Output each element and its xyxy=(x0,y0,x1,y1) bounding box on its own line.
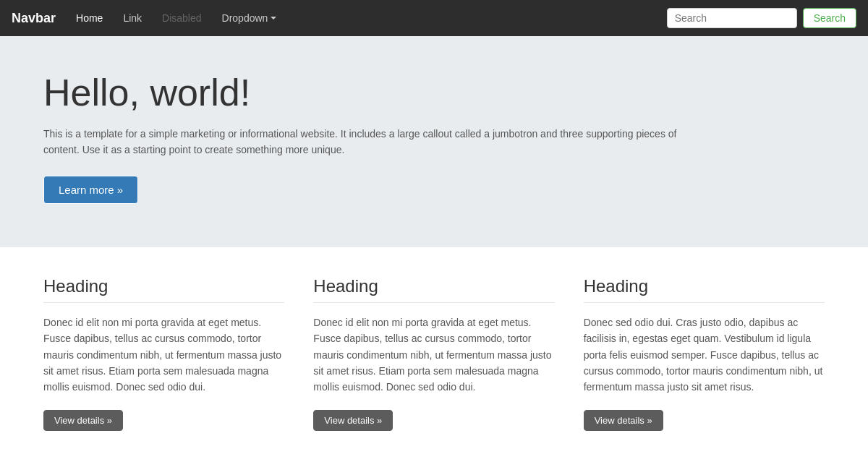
nav-item-link[interactable]: Link xyxy=(114,7,150,30)
column-3-body: Donec sed odio dui. Cras justo odio, dap… xyxy=(584,315,825,395)
nav-search: Search xyxy=(667,8,856,28)
columns-row: Heading Donec id elit non mi porta gravi… xyxy=(43,276,825,431)
nav-links: Home Link Disabled Dropdown xyxy=(67,7,667,30)
learn-more-button[interactable]: Learn more » xyxy=(43,176,138,204)
column-3-view-details-button[interactable]: View details » xyxy=(584,410,663,431)
column-2-body: Donec id elit non mi porta gravida at eg… xyxy=(313,315,554,395)
column-1-view-details-button[interactable]: View details » xyxy=(43,410,123,431)
nav-link-link[interactable]: Link xyxy=(114,7,150,30)
navbar: Navbar Home Link Disabled Dropdown Searc… xyxy=(0,0,868,36)
column-3-heading: Heading xyxy=(584,276,825,303)
jumbotron: Hello, world! This is a template for a s… xyxy=(0,36,868,247)
chevron-down-icon xyxy=(271,17,276,20)
nav-link-home[interactable]: Home xyxy=(67,7,111,30)
nav-item-home[interactable]: Home xyxy=(67,7,111,30)
nav-dropdown-toggle[interactable]: Dropdown xyxy=(213,7,286,30)
search-button[interactable]: Search xyxy=(803,8,856,28)
column-1-heading: Heading xyxy=(43,276,284,303)
jumbotron-description: This is a template for a simple marketin… xyxy=(43,126,680,158)
main-content: Heading Donec id elit non mi porta gravi… xyxy=(0,247,868,460)
column-2: Heading Donec id elit non mi porta gravi… xyxy=(313,276,554,431)
nav-item-disabled: Disabled xyxy=(153,7,210,30)
column-3: Heading Donec sed odio dui. Cras justo o… xyxy=(584,276,825,431)
column-1-body: Donec id elit non mi porta gravida at eg… xyxy=(43,315,284,395)
nav-link-disabled: Disabled xyxy=(153,7,210,30)
jumbotron-heading: Hello, world! xyxy=(43,71,825,114)
column-1: Heading Donec id elit non mi porta gravi… xyxy=(43,276,284,431)
nav-item-dropdown[interactable]: Dropdown xyxy=(213,7,286,30)
column-2-heading: Heading xyxy=(313,276,554,303)
search-input[interactable] xyxy=(667,8,797,28)
column-2-view-details-button[interactable]: View details » xyxy=(313,410,393,431)
navbar-brand[interactable]: Navbar xyxy=(12,11,56,26)
